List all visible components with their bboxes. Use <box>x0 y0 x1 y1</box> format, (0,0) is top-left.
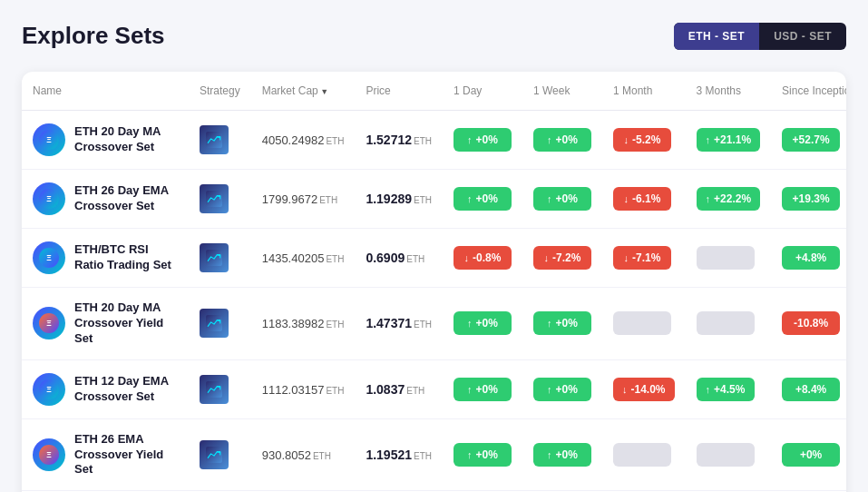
col-header-inception: Since Inception <box>771 72 846 111</box>
token-name: ETH 26 EMA Crossover Yield Set <box>74 432 178 478</box>
badge-green: ↑+0% <box>533 443 591 467</box>
table-row: Ξ ETH 26 Day EMA Crossover Set 1799.9672… <box>22 170 846 229</box>
cell-1week: ↑+0% <box>522 111 602 170</box>
table-row: Ξ ETH 26 EMA Crossover Yield Set 930.805… <box>22 418 846 491</box>
svg-text:Ξ: Ξ <box>46 450 52 459</box>
badge-green: ↑+21.1% <box>697 128 761 152</box>
strategy-icon[interactable] <box>200 184 229 213</box>
badge-gray: — <box>613 443 671 467</box>
cell-1month: ↓-5.2% <box>602 111 686 170</box>
cell-3months: — <box>686 288 772 360</box>
strategy-icon[interactable] <box>200 375 229 404</box>
cell-3months: ↑+21.1% <box>686 111 772 170</box>
col-header-strategy: Strategy <box>189 72 251 111</box>
cell-3months: — <box>686 229 772 288</box>
strategy-icon[interactable] <box>200 125 229 154</box>
cell-name: Ξ ETH 20 Day MA Crossover Yield Set <box>22 288 189 360</box>
cell-name: Ξ ETH 20 Day MA Crossover Set <box>22 111 189 170</box>
strategy-icon[interactable] <box>200 243 229 272</box>
svg-text:Ξ: Ξ <box>46 194 52 203</box>
table-row: Ξ ETH 20 Day MA Crossover Yield Set 1183… <box>22 288 846 360</box>
token-name: ETH 26 Day EMA Crossover Set <box>74 183 178 214</box>
cell-name: Ξ ETH 12 Day EMA Crossover Set <box>22 359 189 418</box>
svg-text:Ξ: Ξ <box>46 320 52 329</box>
cell-price: 1.47371ETH <box>355 288 443 360</box>
badge-green: ↑+0% <box>533 378 591 401</box>
badge-red: ↓-14.0% <box>613 378 675 401</box>
badge-red: ↓-7.1% <box>613 246 671 270</box>
cell-3months: — <box>686 418 772 491</box>
token-name: ETH 12 Day EMA Crossover Set <box>74 374 178 405</box>
col-header-1week: 1 Week <box>522 72 602 111</box>
cell-1week: ↑+0% <box>522 418 602 491</box>
col-header-market-cap[interactable]: Market Cap <box>251 72 356 111</box>
token-name: ETH 20 Day MA Crossover Set <box>74 124 178 155</box>
cell-1day: ↑+0% <box>443 418 522 491</box>
cell-strategy <box>189 418 251 491</box>
usd-set-toggle[interactable]: USD - SET <box>759 23 846 50</box>
badge-green: +0% <box>782 443 840 467</box>
cell-inception: +52.7% <box>771 111 846 170</box>
table-row: Ξ ETH/BTC RSI Ratio Trading Set 1435.402… <box>22 229 846 288</box>
cell-inception: +4.8% <box>771 229 846 288</box>
badge-red: -10.8% <box>782 311 840 335</box>
cell-name: Ξ ETH 26 EMA Crossover Yield Set <box>22 418 189 491</box>
badge-green: ↑+22.2% <box>697 187 761 211</box>
cell-strategy <box>189 170 251 229</box>
cell-1month: ↓-6.1% <box>602 170 686 229</box>
cell-inception: +19.3% <box>771 170 846 229</box>
cell-name: Ξ ETH 26 Day EMA Crossover Set <box>22 170 189 229</box>
token-icon: Ξ <box>33 307 65 339</box>
strategy-icon[interactable] <box>200 440 229 469</box>
col-header-name: Name <box>22 72 189 111</box>
badge-green: ↑+0% <box>454 443 512 467</box>
cell-1day: ↓-0.8% <box>443 229 522 288</box>
cell-market-cap: 1183.38982ETH <box>251 288 356 360</box>
eth-set-toggle[interactable]: ETH - SET <box>674 23 760 50</box>
col-header-1day: 1 Day <box>443 72 522 111</box>
badge-green: ↑+4.5% <box>697 378 755 401</box>
badge-green: ↑+0% <box>533 311 591 335</box>
svg-text:Ξ: Ξ <box>46 135 52 144</box>
cell-market-cap: 4050.24982ETH <box>251 111 356 170</box>
token-icon: Ξ <box>33 182 65 215</box>
badge-red: ↓-7.2% <box>533 246 591 270</box>
token-name: ETH/BTC RSI Ratio Trading Set <box>74 242 178 273</box>
badge-gray: — <box>613 311 671 335</box>
badge-green: +8.4% <box>782 378 840 401</box>
cell-1month: ↓-7.1% <box>602 229 686 288</box>
cell-1day: ↑+0% <box>443 170 522 229</box>
page-title: Explore Sets <box>22 22 165 50</box>
cell-1day: ↑+0% <box>443 288 522 360</box>
badge-green: ↑+0% <box>454 378 512 401</box>
cell-1week: ↑+0% <box>522 359 602 418</box>
cell-1week: ↑+0% <box>522 170 602 229</box>
sets-table: Name Strategy Market Cap Price 1 Day 1 W… <box>22 72 846 492</box>
table-header: Name Strategy Market Cap Price 1 Day 1 W… <box>22 72 846 111</box>
badge-green: ↑+0% <box>454 187 512 211</box>
token-name: ETH 20 Day MA Crossover Yield Set <box>74 300 178 347</box>
badge-red: ↓-6.1% <box>613 187 671 211</box>
badge-green: ↑+0% <box>454 128 512 152</box>
col-header-price: Price <box>355 72 443 111</box>
table-row: Ξ ETH 20 Day MA Crossover Set 4050.24982… <box>22 111 846 170</box>
table-body: Ξ ETH 20 Day MA Crossover Set 4050.24982… <box>22 111 846 493</box>
cell-price: 0.6909ETH <box>355 229 443 288</box>
badge-green: ↑+0% <box>533 128 591 152</box>
currency-toggle-group: ETH - SET USD - SET <box>674 23 846 50</box>
cell-inception: +8.4% <box>771 359 846 418</box>
cell-1month: — <box>602 418 686 491</box>
badge-green: +19.3% <box>782 187 840 211</box>
badge-gray: — <box>697 246 755 270</box>
col-header-3months: 3 Months <box>686 72 772 111</box>
cell-strategy <box>189 288 251 360</box>
badge-green: +52.7% <box>782 128 840 152</box>
cell-3months: ↑+4.5% <box>686 359 772 418</box>
svg-text:Ξ: Ξ <box>46 253 52 262</box>
cell-inception: +0% <box>771 418 846 491</box>
strategy-icon[interactable] <box>200 309 229 338</box>
cell-3months: ↑+22.2% <box>686 170 772 229</box>
cell-strategy <box>189 359 251 418</box>
cell-1week: ↓-7.2% <box>522 229 602 288</box>
page-header: Explore Sets ETH - SET USD - SET <box>22 22 846 50</box>
